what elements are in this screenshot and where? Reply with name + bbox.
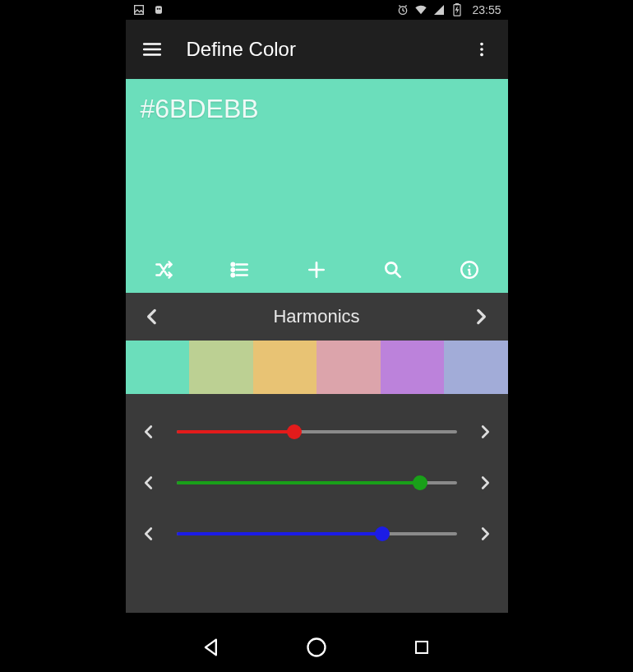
status-bar: 23:55 — [126, 0, 508, 20]
back-button[interactable] — [192, 628, 231, 667]
swatch-5[interactable] — [444, 341, 508, 394]
wifi-icon — [414, 3, 427, 16]
svg-rect-0 — [134, 6, 143, 15]
page-title: Define Color — [187, 38, 470, 61]
svg-point-9 — [480, 53, 483, 57]
menu-button[interactable] — [141, 38, 164, 61]
swatch-3[interactable] — [316, 341, 381, 394]
red-increment-button[interactable] — [472, 419, 498, 445]
screenshot-icon — [132, 3, 146, 16]
svg-point-7 — [480, 43, 483, 46]
list-button[interactable] — [222, 252, 258, 288]
swatch-2[interactable] — [253, 341, 317, 394]
overflow-menu-button[interactable] — [470, 38, 493, 61]
app-bar: Define Color — [126, 20, 508, 79]
slider-blue-row — [136, 521, 498, 547]
green-increment-button[interactable] — [472, 470, 498, 496]
svg-point-2 — [156, 8, 158, 10]
svg-point-8 — [480, 48, 483, 51]
red-decrement-button[interactable] — [136, 419, 162, 445]
search-button[interactable] — [375, 252, 411, 288]
blue-decrement-button[interactable] — [136, 521, 162, 547]
slider-green-row — [136, 470, 498, 496]
section-nav: Harmonics — [126, 293, 508, 341]
preview-action-bar — [126, 247, 508, 293]
svg-point-12 — [232, 274, 234, 276]
svg-rect-6 — [456, 3, 459, 5]
green-slider[interactable] — [177, 475, 457, 490]
info-button[interactable] — [451, 252, 487, 288]
status-time: 23:55 — [472, 3, 501, 16]
debug-icon — [152, 3, 165, 16]
svg-point-10 — [232, 263, 234, 266]
red-slider[interactable] — [177, 424, 457, 439]
add-button[interactable] — [298, 252, 335, 288]
svg-point-15 — [308, 639, 326, 656]
section-prev-button[interactable] — [136, 300, 169, 333]
section-next-button[interactable] — [464, 300, 497, 333]
harmonic-swatches — [126, 341, 508, 394]
svg-point-11 — [232, 268, 234, 271]
blue-increment-button[interactable] — [472, 521, 498, 547]
battery-charging-icon — [450, 3, 464, 16]
slider-red-row — [136, 419, 498, 445]
swatch-1[interactable] — [189, 341, 253, 394]
recent-apps-button[interactable] — [402, 628, 441, 667]
shuffle-button[interactable] — [146, 252, 182, 288]
blue-slider[interactable] — [177, 526, 457, 541]
hex-value: #6BDEBB — [141, 94, 259, 124]
swatch-0[interactable] — [126, 341, 190, 394]
svg-rect-16 — [416, 642, 427, 653]
svg-point-3 — [159, 8, 160, 10]
color-preview: #6BDEBB — [126, 79, 508, 293]
cell-signal-icon — [432, 3, 446, 16]
rgb-sliders — [126, 394, 508, 613]
svg-rect-1 — [155, 6, 162, 13]
android-nav-bar — [126, 623, 508, 672]
alarm-icon — [396, 3, 409, 16]
swatch-4[interactable] — [381, 341, 445, 394]
home-button[interactable] — [297, 628, 336, 667]
section-title: Harmonics — [273, 306, 359, 327]
green-decrement-button[interactable] — [136, 470, 162, 496]
